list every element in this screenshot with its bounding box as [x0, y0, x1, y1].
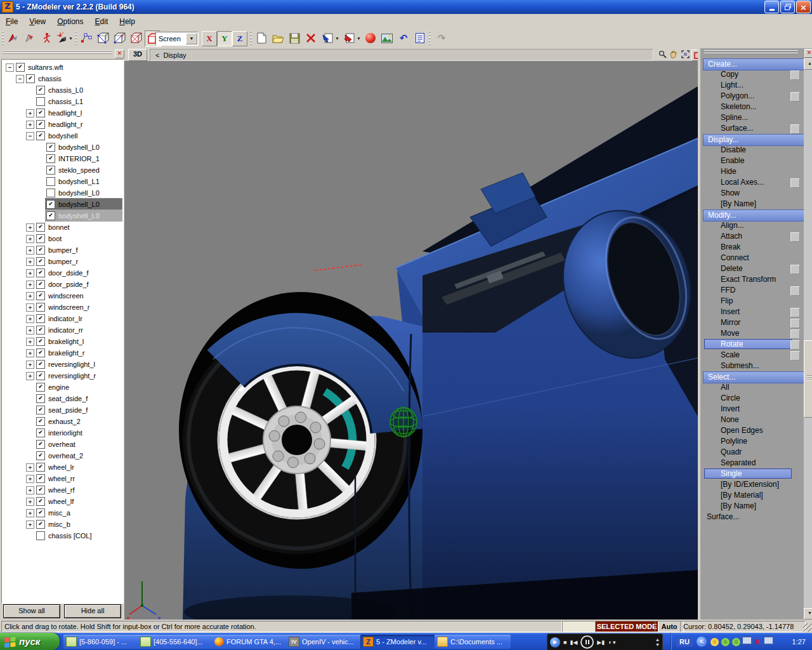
tree-item-body[interactable]: ✔bodyshell_L0: [46, 210, 122, 221]
tree-collapse-icon[interactable]: −: [16, 75, 24, 83]
tree-checkbox[interactable]: ✔: [36, 383, 45, 392]
axis-x-toggle[interactable]: X: [202, 31, 217, 46]
tree-expand-icon[interactable]: +: [26, 372, 34, 380]
tree-expand-icon[interactable]: +: [26, 258, 34, 266]
tree-item-overheat-2[interactable]: ✔overheat_2: [2, 450, 123, 461]
cmd-option-button[interactable]: [790, 329, 800, 339]
tree-checkbox[interactable]: ✔: [36, 86, 45, 95]
tree-checkbox[interactable]: ✔: [36, 291, 45, 300]
tree-item-body[interactable]: ✔door_pside_f: [36, 279, 91, 289]
cmd-polyline[interactable]: Polyline: [703, 436, 803, 447]
cube-mode-y-icon[interactable]: [112, 30, 127, 46]
cmd-local-axes[interactable]: Local Axes...: [703, 177, 803, 188]
tree-checkbox[interactable]: ✔: [46, 211, 55, 220]
cmd-enable[interactable]: Enable: [703, 156, 803, 166]
tree-item-body[interactable]: ✔windscreen_r: [36, 302, 92, 312]
tree-item-reversinglight-l[interactable]: +✔reversinglight_l: [2, 359, 123, 370]
cmd-flip[interactable]: Flip: [703, 296, 803, 307]
cmd-scale[interactable]: Scale: [703, 350, 803, 361]
menu-edit[interactable]: Edit: [89, 15, 114, 28]
cmd-option-button[interactable]: [790, 232, 800, 242]
scroll-up-icon[interactable]: ▲: [804, 58, 812, 70]
tree-item-body[interactable]: ✔bodyshell_L0: [46, 142, 102, 152]
tree-item-bodyshell-l0[interactable]: ✔bodyshell_L0: [2, 142, 123, 153]
delete-button[interactable]: [303, 30, 318, 46]
menu-options[interactable]: Options: [51, 15, 89, 28]
tree-expand-icon[interactable]: +: [26, 326, 34, 335]
tree-checkbox[interactable]: ✔: [46, 200, 55, 209]
tray-icon-chat-1[interactable]: ☺: [720, 637, 731, 646]
previous-icon[interactable]: ▮◀: [570, 639, 577, 646]
tray-icon-network-1[interactable]: [742, 636, 752, 647]
tree-expand-icon[interactable]: +: [26, 121, 34, 129]
axis-y-toggle[interactable]: Y: [217, 31, 232, 46]
tree-expand-icon[interactable]: +: [26, 235, 34, 243]
command-scrollbar[interactable]: ▲ ▼: [804, 58, 812, 620]
clock[interactable]: 1:27: [792, 638, 806, 646]
tree-expand-icon[interactable]: +: [26, 292, 34, 300]
tree-item-body[interactable]: ✔brakelight_r: [36, 347, 87, 358]
tree-item-body[interactable]: ✔bonnet: [36, 222, 72, 232]
tree-checkbox[interactable]: ✔: [36, 497, 45, 506]
tray-collapse-icon[interactable]: <: [697, 637, 707, 647]
vertex-mode-icon[interactable]: [79, 30, 94, 46]
tree-collapse-icon[interactable]: −: [26, 132, 34, 140]
tree-checkbox[interactable]: ✔: [36, 486, 45, 494]
tree-checkbox[interactable]: ✔: [36, 417, 45, 426]
tree-item-body[interactable]: ✔wheel_lf: [36, 496, 76, 507]
tree-checkbox[interactable]: [36, 531, 45, 540]
cmd-break[interactable]: Break: [703, 242, 803, 253]
tree-item-misc-a[interactable]: +✔misc_a: [2, 507, 123, 519]
tree-item-reversinglight-r[interactable]: +✔reversinglight_r: [2, 370, 123, 381]
tree-item-body[interactable]: ✔wheel_lr: [36, 461, 77, 472]
tree-item-bodyshell[interactable]: −✔bodyshell: [2, 130, 123, 142]
toolbar-grip[interactable]: [2, 31, 4, 45]
cube-mode-z-icon[interactable]: [128, 30, 143, 46]
deskband-spinner[interactable]: ▲▼: [655, 637, 660, 647]
cmd-option-button[interactable]: [790, 286, 800, 296]
tree-item-indicator-lr[interactable]: +✔indicator_lr: [2, 313, 123, 324]
tree-expand-icon[interactable]: +: [26, 338, 34, 346]
tray-icon-antivirus[interactable]: K: [752, 637, 763, 646]
tree-item-exhaust-2[interactable]: ✔exhaust_2: [2, 416, 123, 427]
tree-item-body[interactable]: ✔reversinglight_r: [36, 370, 98, 381]
tree-item-body[interactable]: ✔indicator_rr: [36, 324, 86, 335]
cmd-copy[interactable]: Copy: [703, 69, 803, 80]
language-indicator[interactable]: RU: [676, 637, 693, 647]
hide-all-button[interactable]: Hide all: [64, 604, 121, 618]
cmd-by-name[interactable]: [By Name]: [703, 501, 803, 512]
tree-item-headlight-l[interactable]: +✔headlight_l: [2, 107, 123, 119]
panel-grip[interactable]: [3, 50, 112, 55]
tree-item-wheel-lr[interactable]: +✔wheel_lr: [2, 461, 123, 473]
taskbar-window-forum-gta-4[interactable]: FORUM GTA 4,...: [212, 635, 288, 649]
tree-checkbox[interactable]: ✔: [36, 257, 45, 266]
viewport-breadcrumb-bar[interactable]: < Display: [150, 49, 653, 61]
zoom-tool-icon[interactable]: [657, 50, 667, 59]
tree-checkbox[interactable]: ✔: [36, 109, 45, 117]
tree-expand-icon[interactable]: +: [26, 269, 34, 277]
rotation-pivot-gizmo[interactable]: [390, 408, 417, 437]
cmd-option-button[interactable]: [790, 265, 800, 274]
tree-checkbox[interactable]: ✔: [36, 508, 45, 517]
tree-item-body[interactable]: ✔overheat: [36, 439, 78, 449]
tree-item-body[interactable]: chassis_L1: [36, 96, 86, 107]
tree-expand-icon[interactable]: +: [26, 349, 34, 357]
cmd-ffd[interactable]: FFD: [703, 285, 803, 296]
tree-expand-icon[interactable]: +: [26, 223, 34, 232]
tree-expand-icon[interactable]: +: [26, 315, 34, 323]
texture-browser-button[interactable]: [379, 30, 395, 46]
tree-expand-icon[interactable]: +: [26, 303, 34, 312]
title-bar[interactable]: Z 5 - ZModeler ver 2.2.2 (Build 964) ×: [0, 0, 812, 14]
tree-checkbox[interactable]: ✔: [36, 371, 45, 380]
restore-button[interactable]: [780, 1, 795, 13]
import-dropdown-icon[interactable]: ▼: [357, 36, 361, 41]
tree-checkbox[interactable]: ✔: [36, 520, 45, 529]
cmd-align[interactable]: Align...: [703, 220, 803, 231]
cmd-surface[interactable]: Surface...: [703, 512, 803, 522]
tree-expand-icon[interactable]: +: [26, 498, 34, 506]
open-file-button[interactable]: [270, 30, 285, 46]
show-all-button[interactable]: Show all: [3, 604, 60, 618]
tree-expand-icon[interactable]: +: [26, 463, 34, 472]
cmd-by-id-extension[interactable]: [By ID/Extension]: [703, 479, 803, 490]
save-file-button[interactable]: [287, 30, 302, 46]
